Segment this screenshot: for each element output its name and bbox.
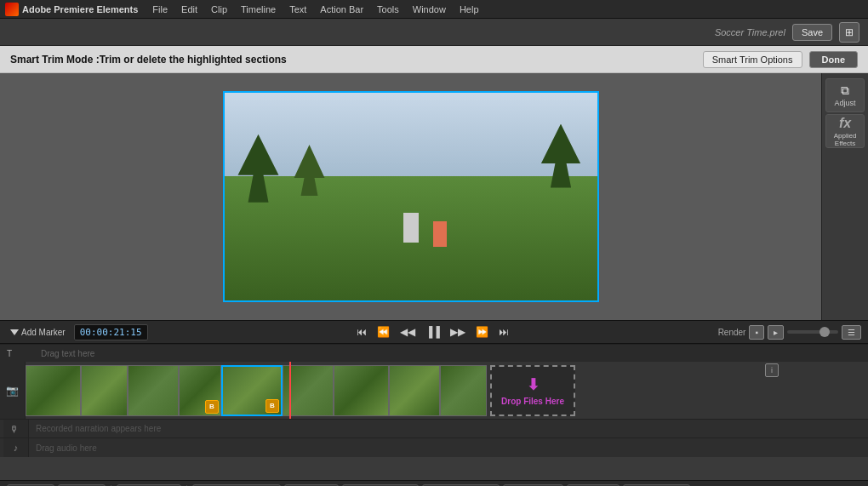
done-button[interactable]: Done bbox=[809, 51, 859, 68]
clip-5-badge: B bbox=[266, 399, 279, 413]
render-controls: Render ▪ ▸ ☰ bbox=[718, 325, 861, 340]
menu-file[interactable]: File bbox=[146, 3, 174, 16]
menu-bar: Adobe Premiere Elements File Edit Clip T… bbox=[0, 0, 868, 19]
player2 bbox=[433, 221, 447, 247]
clip-2[interactable] bbox=[81, 365, 128, 416]
audio-track-icon-area: ♪ bbox=[3, 438, 29, 457]
drop-zone-label: Drop Files Here bbox=[501, 397, 564, 406]
smart-trim-options-button[interactable]: Smart Trim Options bbox=[703, 51, 802, 68]
clip-3[interactable] bbox=[128, 365, 179, 416]
rewind-to-start-button[interactable]: ⏮ bbox=[353, 324, 370, 340]
save-button[interactable]: Save bbox=[792, 24, 832, 41]
play-pause-button[interactable]: ▐▐ bbox=[422, 324, 443, 340]
menu-tools[interactable]: Tools bbox=[371, 3, 405, 16]
clip-4-badge: B bbox=[205, 400, 219, 414]
menu-timeline[interactable]: Timeline bbox=[235, 3, 282, 16]
grid-icon: ⊞ bbox=[845, 26, 854, 38]
render-slider-thumb bbox=[819, 327, 830, 337]
render-slider[interactable] bbox=[787, 330, 838, 334]
app-name: Adobe Premiere Elements bbox=[22, 4, 138, 14]
menu-action-bar[interactable]: Action Bar bbox=[314, 3, 369, 16]
video-track-icon-area: 📷 bbox=[0, 362, 26, 419]
smart-trim-right: Smart Trim Options Done bbox=[703, 51, 858, 68]
render-menu-button[interactable]: ☰ bbox=[842, 325, 861, 340]
app-logo-icon bbox=[5, 3, 19, 16]
step-back-button[interactable]: ⏪ bbox=[374, 324, 393, 340]
project-name: Soccer Time.prel bbox=[715, 27, 785, 37]
audio-drag-hint: Drag audio here bbox=[29, 443, 97, 453]
audio-icon: ♪ bbox=[14, 443, 19, 453]
menu-clip[interactable]: Clip bbox=[205, 3, 233, 16]
fx-icon: fx bbox=[839, 116, 851, 131]
menu-edit[interactable]: Edit bbox=[175, 3, 203, 16]
narration-track-icon-area: 🎙 bbox=[3, 420, 29, 437]
frame-forward-button[interactable]: ▶▶ bbox=[447, 324, 469, 340]
applied-effects-button[interactable]: fx AppliedEffects bbox=[825, 114, 865, 148]
clip-5-selected[interactable]: B bbox=[221, 365, 283, 416]
right-panel: ⧉ Adjust fx AppliedEffects bbox=[821, 73, 868, 320]
track-info-icon[interactable]: i bbox=[765, 363, 779, 377]
adjust-label: Adjust bbox=[834, 99, 855, 107]
bottom-toolbar: ↩ Undo ↪ Redo ⊞ Organizer 🎬 Instant Movi… bbox=[0, 480, 868, 486]
playhead-line bbox=[289, 362, 291, 419]
render-label: Render bbox=[718, 328, 746, 337]
timecode-display[interactable]: 00:00:21:15 bbox=[74, 324, 148, 340]
drop-arrow-icon: ⬇ bbox=[527, 375, 540, 394]
track-clips-container: B B i ⬇ bbox=[26, 362, 868, 419]
preview-area bbox=[0, 73, 821, 320]
sky-area bbox=[225, 93, 597, 186]
player1 bbox=[403, 213, 419, 243]
adjust-icon: ⧉ bbox=[841, 83, 849, 98]
video-content bbox=[225, 93, 597, 300]
render-option-button[interactable]: ▸ bbox=[768, 325, 784, 340]
video-and-right: ⧉ Adjust fx AppliedEffects bbox=[0, 73, 868, 320]
menu-help[interactable]: Help bbox=[454, 3, 485, 16]
narration-hint: Recorded narration appears here bbox=[29, 424, 161, 433]
adjust-button[interactable]: ⧉ Adjust bbox=[825, 78, 865, 112]
drop-zone[interactable]: ⬇ Drop Files Here bbox=[490, 365, 575, 416]
clip-1[interactable] bbox=[26, 365, 81, 416]
effects-label: AppliedEffects bbox=[834, 132, 857, 147]
clip-9[interactable] bbox=[440, 365, 487, 416]
menu-window[interactable]: Window bbox=[407, 3, 452, 16]
transport-controls: ⏮ ⏪ ◀◀ ▐▐ ▶▶ ⏩ ⏭ bbox=[153, 324, 713, 340]
marker-triangle-icon bbox=[10, 329, 19, 335]
toolbar-icon-btn[interactable]: ⊞ bbox=[839, 22, 859, 43]
app-logo: Adobe Premiere Elements bbox=[5, 3, 138, 16]
smart-trim-title: Smart Trim Mode :Trim or delete the high… bbox=[10, 54, 287, 66]
timeline-header: T Drag text here bbox=[0, 345, 868, 362]
narration-track: 🎙 Recorded narration appears here bbox=[0, 420, 868, 438]
clip-4[interactable]: B bbox=[179, 365, 221, 416]
audio-track: ♪ Drag audio here bbox=[0, 438, 868, 457]
video-frame bbox=[223, 91, 599, 302]
track-header-label: T bbox=[7, 349, 32, 358]
transport-bar: Add Marker 00:00:21:15 ⏮ ⏪ ◀◀ ▐▐ ▶▶ ⏩ ⏭ … bbox=[0, 320, 868, 344]
add-marker-label: Add Marker bbox=[21, 328, 66, 337]
timeline-drag-hint: Drag text here bbox=[32, 349, 861, 358]
video-track-icon: 📷 bbox=[6, 385, 19, 397]
clip-8[interactable] bbox=[389, 365, 440, 416]
microphone-icon: 🎙 bbox=[9, 424, 19, 434]
frame-back-button[interactable]: ◀◀ bbox=[397, 324, 419, 340]
timeline-area: T Drag text here 📷 B bbox=[0, 344, 868, 480]
video-track: 📷 B B bbox=[0, 362, 868, 420]
top-toolbar: Soccer Time.prel Save ⊞ bbox=[0, 19, 868, 46]
step-forward-button[interactable]: ⏩ bbox=[472, 324, 492, 340]
fast-forward-button[interactable]: ⏭ bbox=[495, 324, 512, 340]
render-button[interactable]: ▪ bbox=[749, 325, 764, 340]
smart-trim-bar: Smart Trim Mode :Trim or delete the high… bbox=[0, 46, 868, 73]
add-marker-button[interactable]: Add Marker bbox=[7, 326, 69, 339]
clip-7[interactable] bbox=[334, 365, 389, 416]
menu-text[interactable]: Text bbox=[283, 3, 312, 16]
